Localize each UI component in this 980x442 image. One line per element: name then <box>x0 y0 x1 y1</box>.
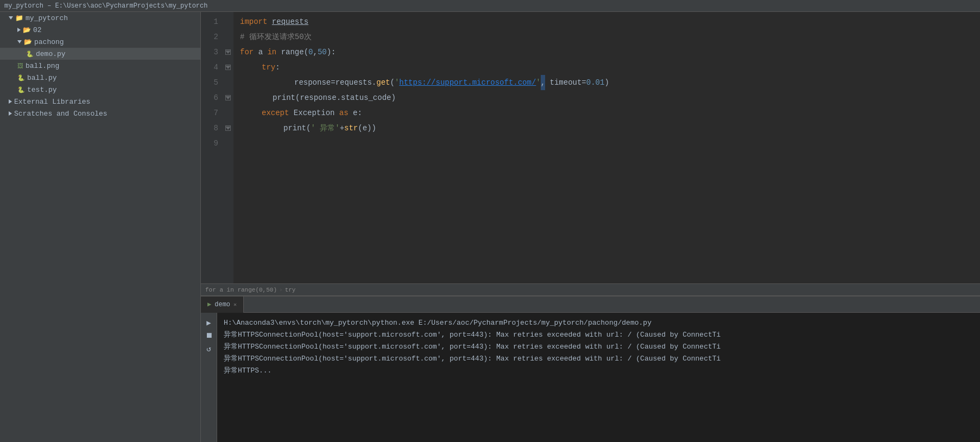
sidebar-item-test-py[interactable]: 🐍 test.py <box>0 84 200 96</box>
folder-icon: 📂 <box>24 38 32 46</box>
num-0: 0 <box>308 45 313 60</box>
gutter-line-3[interactable] <box>223 45 233 60</box>
keyword-in: in <box>267 45 276 60</box>
png-file-icon: 🖼 <box>17 62 23 70</box>
sidebar-item-label: ball.py <box>27 74 57 82</box>
var-a: a <box>258 45 263 60</box>
sidebar-item-ball-py[interactable]: 🐍 ball.py <box>0 72 200 84</box>
code-editor: 1 2 3 4 5 6 7 8 9 <box>201 12 980 283</box>
fn-str: str <box>344 121 358 136</box>
expand-arrow-icon <box>9 99 12 104</box>
fn-get: get <box>376 75 390 90</box>
module-requests2: requests <box>336 75 372 90</box>
project-icon: 📁 <box>15 14 23 22</box>
stop-button[interactable]: ⏹ <box>204 330 214 341</box>
keyword-except: except <box>262 105 289 121</box>
code-line-9 <box>240 136 980 151</box>
code-line-4: try: <box>240 60 980 75</box>
run-error-partial: 异常HTTPS... <box>224 367 271 375</box>
fold-down-icon <box>225 96 231 99</box>
run-error-3: 异常HTTPSConnectionPool(host='support.micr… <box>224 355 720 363</box>
fn-print1: print <box>273 90 295 105</box>
run-error-2: 异常HTTPSConnectionPool(host='support.micr… <box>224 343 720 351</box>
code-line-6: print(response.status_code) <box>240 90 980 105</box>
url-link[interactable]: https://support.microsoft.com/ <box>399 75 536 90</box>
py-file-icon: 🐍 <box>17 74 25 81</box>
num-50: 50 <box>318 45 327 60</box>
sidebar-item-label: my_pytorch <box>26 14 68 22</box>
expand-arrow-icon <box>17 28 21 32</box>
run-error-1: 异常HTTPSConnectionPool(host='support.micr… <box>224 331 720 339</box>
var-response: response <box>294 75 331 90</box>
fold-down-icon <box>225 127 231 130</box>
keyword-for: for <box>240 45 254 60</box>
code-content[interactable]: import requests # 循环发送请求50次 for a in ran… <box>233 12 980 283</box>
expand-arrow-icon <box>9 16 13 20</box>
fold-marker-8[interactable] <box>225 125 231 131</box>
keyword-as: as <box>339 105 349 121</box>
sidebar-item-02[interactable]: 📂 02 <box>0 24 200 36</box>
sidebar-item-label: External Libraries <box>14 98 90 106</box>
fold-marker-4[interactable] <box>225 65 231 70</box>
fold-down-icon <box>225 66 231 69</box>
class-exception: Exception <box>294 105 335 121</box>
run-tab-demo[interactable]: ▶ demo ✕ <box>201 296 244 313</box>
run-command: H:\Anaconda3\envs\torch\my_pytorch\pytho… <box>224 319 652 327</box>
run-output[interactable]: H:\Anaconda3\envs\torch\my_pytorch\pytho… <box>217 313 980 442</box>
num-timeout: 0.01 <box>586 75 605 90</box>
py-file-icon: 🐍 <box>17 86 25 93</box>
gutter-line-8[interactable] <box>223 121 233 136</box>
sidebar-item-label: 02 <box>33 26 42 34</box>
gutter-line-5 <box>223 75 233 90</box>
py-file-icon: 🐍 <box>26 50 34 58</box>
expand-arrow-icon <box>17 40 22 43</box>
fold-gutter <box>223 12 233 283</box>
fn-range: range <box>281 45 304 60</box>
sidebar-item-label: test.py <box>27 86 57 94</box>
run-content-row: ▶ ⏹ ↺ H:\Anaconda3\envs\torch\my_pytorch… <box>201 313 980 442</box>
code-line-1: import requests <box>240 14 980 29</box>
sidebar-item-scratches[interactable]: Scratches and Consoles <box>0 108 200 119</box>
selected-comma: , <box>541 75 545 90</box>
sidebar-item-external-libs[interactable]: External Libraries <box>0 96 200 108</box>
module-requests: requests <box>272 14 308 29</box>
rerun-button[interactable]: ↺ <box>204 343 214 354</box>
param-timeout: timeout <box>545 75 581 90</box>
title-bar: my_pytorch – E:\Users\aoc\PycharmProject… <box>0 0 980 12</box>
keyword-import: import <box>240 14 267 29</box>
breadcrumb-part2[interactable]: try <box>285 287 296 293</box>
gutter-line-2 <box>223 29 233 45</box>
gutter-line-6[interactable] <box>223 90 233 105</box>
run-output-line-1: H:\Anaconda3\envs\torch\my_pytorch\pytho… <box>224 317 973 329</box>
breadcrumb-bar: for a in range(0,50) › try <box>201 283 980 295</box>
run-button[interactable]: ▶ <box>204 317 214 328</box>
sidebar: 📁 my_pytorch 📂 02 📂 pachong 🐍 demo.py 🖼 … <box>0 12 201 442</box>
editor-column: 1 2 3 4 5 6 7 8 9 <box>201 12 980 442</box>
fold-down-icon <box>225 50 231 54</box>
keyword-try: try <box>262 60 275 75</box>
str-open: ' <box>395 75 399 90</box>
comment-text: # 循环发送请求50次 <box>240 29 312 45</box>
sidebar-item-pachong[interactable]: 📂 pachong <box>0 36 200 48</box>
fold-marker-3[interactable] <box>225 49 231 55</box>
sidebar-item-ball-png[interactable]: 🖼 ball.png <box>0 60 200 72</box>
expand-arrow-icon <box>9 111 12 116</box>
sidebar-item-label: ball.png <box>26 62 59 70</box>
breadcrumb-part1[interactable]: for a in range(0,50) <box>205 287 277 293</box>
sidebar-item-demo-py[interactable]: 🐍 demo.py <box>0 48 200 60</box>
run-tab-bar: ▶ demo ✕ <box>201 296 980 313</box>
run-panel: ▶ demo ✕ ▶ ⏹ ↺ H:\Anaconda3\envs\torch\m… <box>201 295 980 442</box>
sidebar-item-root[interactable]: 📁 my_pytorch <box>0 12 200 24</box>
project-title: my_pytorch – E:\Users\aoc\PycharmProject… <box>4 2 207 10</box>
run-output-line-2: 异常HTTPSConnectionPool(host='support.micr… <box>224 329 973 341</box>
folder-icon: 📂 <box>23 26 31 34</box>
response-status: response.status_code <box>300 90 391 105</box>
breadcrumb-separator: › <box>279 287 283 293</box>
code-line-2: # 循环发送请求50次 <box>240 29 980 45</box>
gutter-line-1 <box>223 14 233 29</box>
gutter-line-4[interactable] <box>223 60 233 75</box>
sidebar-item-label: demo.py <box>36 50 66 58</box>
fold-marker-6[interactable] <box>225 95 231 100</box>
str-exception: ' 异常' <box>311 121 339 136</box>
run-tab-close-button[interactable]: ✕ <box>233 301 237 308</box>
